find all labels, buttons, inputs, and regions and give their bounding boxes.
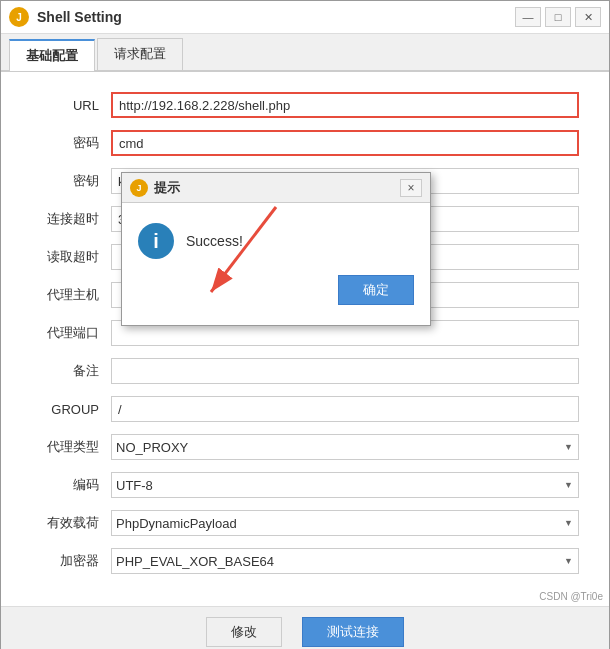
dialog-confirm-button[interactable]: 确定 bbox=[338, 275, 414, 305]
maximize-button[interactable]: □ bbox=[545, 7, 571, 27]
dialog-body: i Success! 确定 bbox=[122, 203, 430, 325]
encoder-row: 加密器 PHP_EVAL_XOR_BASE64 PHP_XOR_BASE64 P… bbox=[31, 548, 579, 574]
encoder-select-wrapper: PHP_EVAL_XOR_BASE64 PHP_XOR_BASE64 PHP_X… bbox=[111, 548, 579, 574]
test-connect-button[interactable]: 测试连接 bbox=[302, 617, 404, 647]
encoding-select[interactable]: UTF-8 GBK GB2312 bbox=[111, 472, 579, 498]
tab-request[interactable]: 请求配置 bbox=[97, 38, 183, 70]
encoder-label: 加密器 bbox=[31, 552, 111, 570]
dialog-app-icon: J bbox=[130, 179, 148, 197]
content-area: URL 密码 密钥 连接超时 读取超时 代理主机 代理端口 备注 bbox=[1, 72, 609, 606]
password-input[interactable] bbox=[111, 130, 579, 156]
dialog-title: 提示 bbox=[154, 179, 394, 197]
proxy-type-row: 代理类型 NO_PROXY HTTP SOCKS4 SOCKS5 bbox=[31, 434, 579, 460]
title-bar: J Shell Setting — □ ✕ bbox=[1, 1, 609, 34]
tab-basic[interactable]: 基础配置 bbox=[9, 39, 95, 71]
window-controls: — □ ✕ bbox=[515, 7, 601, 27]
watermark: CSDN @Tri0e bbox=[539, 591, 603, 602]
info-icon: i bbox=[138, 223, 174, 259]
proxy-host-label: 代理主机 bbox=[31, 286, 111, 304]
remark-label: 备注 bbox=[31, 362, 111, 380]
dialog-footer: 确定 bbox=[138, 275, 414, 309]
close-button[interactable]: ✕ bbox=[575, 7, 601, 27]
connect-timeout-label: 连接超时 bbox=[31, 210, 111, 228]
url-input[interactable] bbox=[111, 92, 579, 118]
encoding-select-wrapper: UTF-8 GBK GB2312 bbox=[111, 472, 579, 498]
remark-input[interactable] bbox=[111, 358, 579, 384]
password-label: 密码 bbox=[31, 134, 111, 152]
modify-button[interactable]: 修改 bbox=[206, 617, 282, 647]
url-label: URL bbox=[31, 98, 111, 113]
password-row: 密码 bbox=[31, 130, 579, 156]
success-dialog: J 提示 × i Success! 确定 bbox=[121, 172, 431, 326]
app-icon: J bbox=[9, 7, 29, 27]
payload-select-wrapper: PhpDynamicPayload PhpStaticPayload bbox=[111, 510, 579, 536]
encoder-select[interactable]: PHP_EVAL_XOR_BASE64 PHP_XOR_BASE64 PHP_X… bbox=[111, 548, 579, 574]
encoding-label: 编码 bbox=[31, 476, 111, 494]
window-title: Shell Setting bbox=[37, 9, 507, 25]
dialog-message: Success! bbox=[186, 233, 243, 249]
group-input[interactable] bbox=[111, 396, 579, 422]
group-label: GROUP bbox=[31, 402, 111, 417]
url-row: URL bbox=[31, 92, 579, 118]
main-window: J Shell Setting — □ ✕ 基础配置 请求配置 URL 密码 密… bbox=[0, 0, 610, 649]
tab-bar: 基础配置 请求配置 bbox=[1, 34, 609, 72]
group-row: GROUP bbox=[31, 396, 579, 422]
bottom-bar: 修改 测试连接 bbox=[1, 606, 609, 649]
read-timeout-label: 读取超时 bbox=[31, 248, 111, 266]
proxy-type-select-wrapper: NO_PROXY HTTP SOCKS4 SOCKS5 bbox=[111, 434, 579, 460]
payload-label: 有效载荷 bbox=[31, 514, 111, 532]
minimize-button[interactable]: — bbox=[515, 7, 541, 27]
encoding-row: 编码 UTF-8 GBK GB2312 bbox=[31, 472, 579, 498]
dialog-message-row: i Success! bbox=[138, 223, 414, 259]
secret-key-label: 密钥 bbox=[31, 172, 111, 190]
proxy-type-select[interactable]: NO_PROXY HTTP SOCKS4 SOCKS5 bbox=[111, 434, 579, 460]
dialog-title-bar: J 提示 × bbox=[122, 173, 430, 203]
payload-select[interactable]: PhpDynamicPayload PhpStaticPayload bbox=[111, 510, 579, 536]
proxy-port-label: 代理端口 bbox=[31, 324, 111, 342]
remark-row: 备注 bbox=[31, 358, 579, 384]
proxy-type-label: 代理类型 bbox=[31, 438, 111, 456]
dialog-close-button[interactable]: × bbox=[400, 179, 422, 197]
payload-row: 有效载荷 PhpDynamicPayload PhpStaticPayload bbox=[31, 510, 579, 536]
